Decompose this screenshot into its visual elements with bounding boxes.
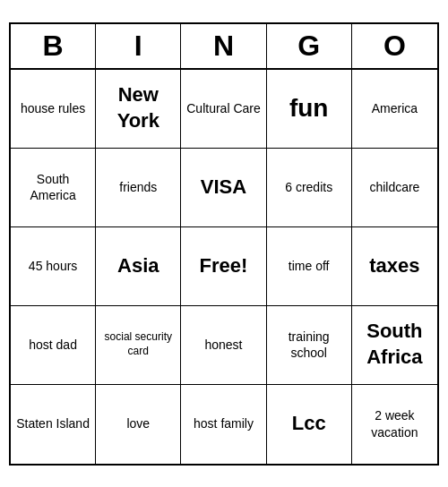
bingo-cell-11: Asia xyxy=(96,227,181,306)
bingo-cell-18: training school xyxy=(267,306,352,385)
bingo-cell-3: fun xyxy=(267,70,352,149)
bingo-letter-b: B xyxy=(11,24,96,68)
bingo-cell-12: Free! xyxy=(181,227,266,306)
bingo-cell-21: love xyxy=(96,385,181,464)
bingo-cell-20: Staten Island xyxy=(11,385,96,464)
bingo-letter-n: N xyxy=(181,24,266,68)
bingo-letter-i: I xyxy=(96,24,181,68)
bingo-letter-o: O xyxy=(352,24,437,68)
bingo-cell-1: New York xyxy=(96,70,181,149)
bingo-cell-17: honest xyxy=(181,306,266,385)
bingo-grid: house rulesNew YorkCultural CarefunAmeri… xyxy=(11,70,437,464)
bingo-cell-19: South Africa xyxy=(352,306,437,385)
bingo-cell-6: friends xyxy=(96,149,181,227)
bingo-board: BINGO house rulesNew YorkCultural Carefu… xyxy=(9,22,439,466)
bingo-cell-10: 45 hours xyxy=(11,227,96,306)
bingo-cell-9: childcare xyxy=(352,149,437,227)
bingo-cell-2: Cultural Care xyxy=(181,70,266,149)
bingo-cell-16: social security card xyxy=(96,306,181,385)
bingo-cell-14: taxes xyxy=(352,227,437,306)
bingo-letter-g: G xyxy=(267,24,352,68)
bingo-cell-23: Lcc xyxy=(267,385,352,464)
bingo-header: BINGO xyxy=(11,24,437,70)
bingo-cell-15: host dad xyxy=(11,306,96,385)
bingo-cell-8: 6 credits xyxy=(267,149,352,227)
bingo-cell-24: 2 week vacation xyxy=(352,385,437,464)
bingo-cell-4: America xyxy=(352,70,437,149)
bingo-cell-22: host family xyxy=(181,385,266,464)
bingo-cell-5: South America xyxy=(11,149,96,227)
bingo-cell-0: house rules xyxy=(11,70,96,149)
bingo-cell-13: time off xyxy=(267,227,352,306)
bingo-cell-7: VISA xyxy=(181,149,266,227)
